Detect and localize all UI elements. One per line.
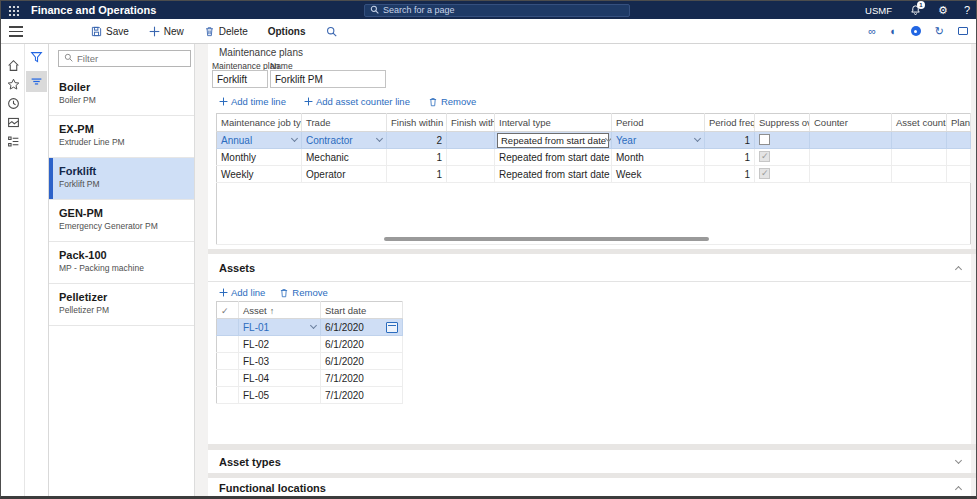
period-frequency-cell[interactable]: 1 [705,166,755,183]
finish-within-hours-cell[interactable] [447,166,495,183]
list-item[interactable]: Boiler Boiler PM [49,74,194,116]
link-icon[interactable]: ∞ [868,26,876,37]
new-button[interactable]: New [149,26,184,37]
refresh-icon[interactable]: ↻ [935,26,944,37]
message-badge-icon[interactable] [911,26,921,36]
toolbar-search-icon[interactable] [326,26,337,37]
trade-cell[interactable]: Operator [302,166,387,183]
job-type-variant-cell[interactable]: Monthly [217,149,302,166]
row-select-cell[interactable] [217,336,239,353]
chevron-down-icon[interactable] [955,456,962,463]
remove-asset-button[interactable]: Remove [279,287,327,298]
start-date-cell[interactable]: 6/1/2020 [321,353,403,370]
period-frequency-cell[interactable]: 1 [705,149,755,166]
column-header[interactable]: Period frequency [705,114,755,132]
asset-cell[interactable]: FL-05 [239,387,321,404]
table-row[interactable]: FL-02 6/1/2020 [217,336,403,353]
suppress-overlap-checkbox[interactable] [759,134,770,145]
column-header[interactable]: Maintenance job type vari... [217,114,302,132]
new-window-icon[interactable] [958,27,968,35]
filter-funnel-icon[interactable] [30,50,43,68]
interval-type-cell[interactable]: Repeated from start date [495,166,612,183]
column-header[interactable]: Suppress overl... [755,114,810,132]
plan-cell[interactable] [947,166,971,183]
chevron-up-icon[interactable] [955,265,962,272]
plan-cell[interactable] [947,149,971,166]
chevron-down-icon[interactable] [694,135,701,142]
functional-locations-section-header[interactable]: Functional locations [208,478,971,498]
maintenance-plan-field[interactable]: Forklift [212,70,268,88]
calendar-icon[interactable] [386,322,398,333]
company-selector[interactable]: USMF [865,5,892,16]
add-time-line-button[interactable]: Add time line [219,96,286,107]
sort-list-icon[interactable] [26,71,47,92]
favorites-star-icon[interactable] [6,77,20,91]
column-header[interactable]: Finish within da... [387,114,447,132]
asset-counter-cell[interactable] [892,132,947,149]
column-header[interactable]: Plan [947,114,971,132]
workspace-icon[interactable] [6,115,20,129]
table-row[interactable]: Weekly Operator 1 Repeated from start da… [217,166,971,183]
options-menu-button[interactable]: Options [268,26,306,37]
horizontal-scrollbar[interactable] [384,237,709,241]
row-select-cell[interactable] [217,319,239,336]
column-header[interactable]: Interval type [495,114,612,132]
asset-counter-cell[interactable] [892,149,947,166]
add-line-button[interactable]: Add line [219,287,265,298]
recent-clock-icon[interactable] [6,96,20,110]
list-item[interactable]: Pack-100 MP - Packing machine [49,242,194,284]
list-item[interactable]: GEN-PM Emergency Generator PM [49,200,194,242]
asset-cell[interactable]: FL-02 [239,336,321,353]
notifications-bell-icon[interactable]: 1 [908,3,922,17]
period-cell[interactable]: Week [612,166,705,183]
finish-within-days-cell[interactable]: 1 [387,149,447,166]
table-row-selected[interactable]: Annual Contractor 2 Repeated from start … [217,132,971,149]
job-type-variant-cell[interactable]: Weekly [217,166,302,183]
interval-type-cell[interactable]: Repeated from start date [495,149,612,166]
remove-line-button[interactable]: Remove [428,96,476,107]
column-header[interactable]: Asset counter ti... [892,114,947,132]
assets-section-header[interactable]: Assets [208,254,971,282]
list-item-selected[interactable]: Forklift Forklift PM [49,158,194,200]
list-item[interactable]: Pelletizer Pelletizer PM [49,284,194,326]
home-icon[interactable] [6,58,20,72]
modules-list-icon[interactable] [6,134,20,148]
table-row[interactable]: Monthly Mechanic 1 Repeated from start d… [217,149,971,166]
column-header[interactable]: Start date [321,302,403,319]
add-asset-counter-line-button[interactable]: Add asset counter line [304,96,410,107]
chevron-down-icon[interactable] [291,135,298,142]
asset-cell[interactable]: FL-03 [239,353,321,370]
start-date-cell[interactable]: 7/1/2020 [321,387,403,404]
start-date-cell[interactable]: 6/1/2020 [321,336,403,353]
app-launcher-icon[interactable] [7,4,20,17]
counter-cell[interactable] [810,149,892,166]
list-item[interactable]: EX-PM Extruder Line PM [49,116,194,158]
settings-gear-icon[interactable]: ⚙ [938,1,948,19]
contrast-icon[interactable]: ◐ [890,26,897,37]
plan-cell[interactable] [947,132,971,149]
row-select-cell[interactable] [217,353,239,370]
menu-hamburger-icon[interactable] [9,26,23,37]
period-cell[interactable]: Month [612,149,705,166]
suppress-overlap-checkbox[interactable] [759,151,770,162]
chevron-down-icon[interactable] [376,135,383,142]
counter-cell[interactable] [810,132,892,149]
column-header[interactable]: Counter [810,114,892,132]
table-row[interactable]: FL-05 7/1/2020 [217,387,403,404]
table-row[interactable]: FL-03 6/1/2020 [217,353,403,370]
filter-input[interactable]: Filter [58,50,191,67]
column-header[interactable]: Period [612,114,705,132]
row-select-cell[interactable] [217,387,239,404]
page-search-input[interactable]: Search for a page [364,4,630,17]
asset-cell[interactable]: FL-04 [239,370,321,387]
trade-cell[interactable]: Mechanic [302,149,387,166]
asset-counter-cell[interactable] [892,166,947,183]
help-icon[interactable]: ? [964,4,970,16]
save-button[interactable]: Save [91,26,129,37]
delete-button[interactable]: Delete [204,26,248,37]
period-frequency-cell[interactable]: 1 [705,132,755,149]
column-header[interactable]: Asset↑ [239,302,321,319]
chevron-up-icon[interactable] [955,486,962,493]
finish-within-days-cell[interactable]: 2 [387,132,447,149]
finish-within-hours-cell[interactable] [447,132,495,149]
